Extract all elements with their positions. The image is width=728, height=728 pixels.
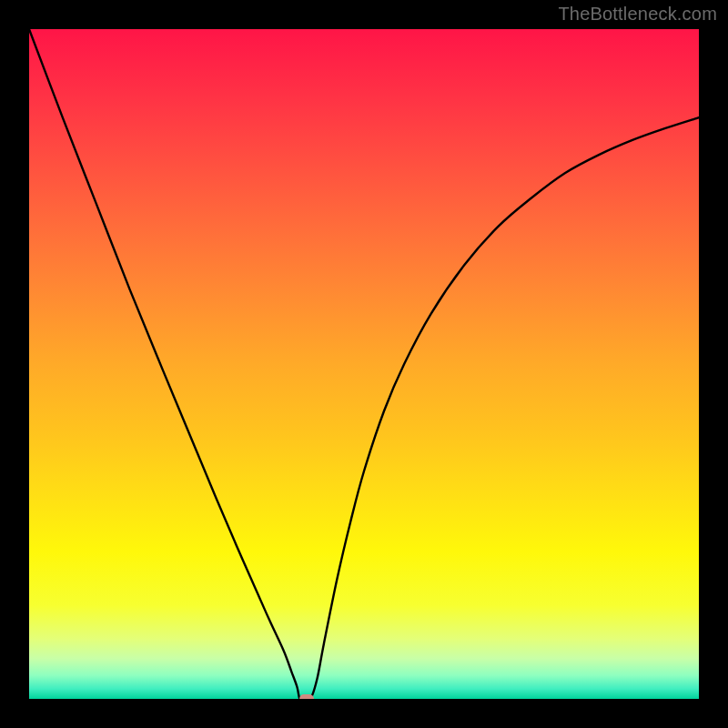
marker-dot — [299, 694, 314, 699]
watermark-text: TheBottleneck.com — [558, 4, 717, 25]
bottleneck-curve — [29, 29, 699, 699]
chart-frame: TheBottleneck.com — [0, 0, 728, 728]
plot-area — [29, 29, 699, 699]
